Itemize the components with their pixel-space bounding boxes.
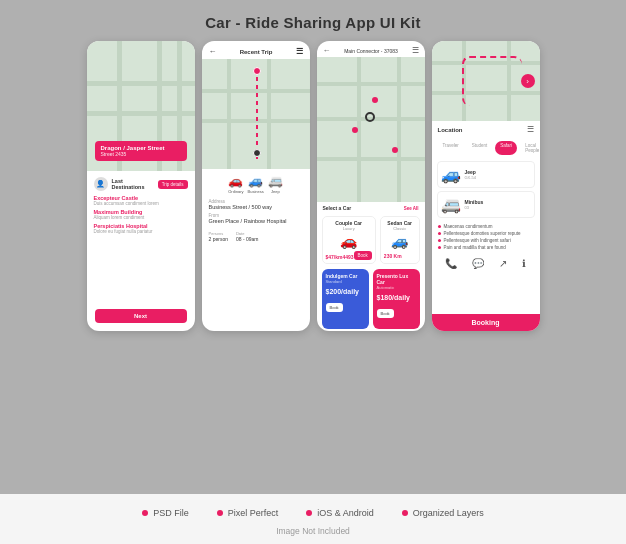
p3-book-btn-1[interactable]: Book — [354, 251, 372, 260]
p3-map — [317, 57, 425, 202]
p3-select-bar: Select a Car See All — [317, 202, 425, 214]
p1-location-banner: Dragon / Jasper Street Street 2435 — [95, 141, 187, 161]
map-pin-2 — [352, 127, 358, 133]
p3-modal-2-price: $180/daily — [377, 294, 416, 301]
p2-map — [202, 59, 310, 169]
p2-info-section: Address Business Street / 500 way From G… — [202, 199, 310, 224]
p2-persons-val: 2 person — [209, 236, 228, 242]
p2-from-val: Green Place / Rainbow Hospital — [209, 218, 303, 224]
p3-modal-1-price: $200/daily — [326, 288, 365, 295]
p4-car-jeep[interactable]: 🚙 Jeep GX-54 — [437, 161, 535, 188]
p4-car-minibus[interactable]: 🚐 Minibus 03 — [437, 191, 535, 218]
not-included-label: Image Not Included — [276, 526, 350, 536]
p1-destinations-section: 👤 Last Destinations Trip details Excepte… — [87, 171, 195, 243]
p3-filter-icon[interactable]: ☰ — [412, 46, 419, 55]
p2-filter-icon[interactable]: ☰ — [296, 47, 303, 56]
feature-pixel-label: Pixel Perfect — [228, 508, 279, 518]
p2-header: ← Recent Trip ☰ — [202, 41, 310, 59]
p4-feature-3-text: Pellentesque with Indingent safari — [444, 238, 511, 243]
p2-cars-row: 🚗 Ordinary 🚙 Business 🚐 Jeep — [202, 169, 310, 199]
p3-address: Main Connector - 37083 — [344, 48, 398, 54]
feature-dot-icon — [217, 510, 223, 516]
p1-street-info: Street 2435 — [101, 151, 181, 157]
p3-see-all-link[interactable]: See All — [404, 206, 419, 211]
feature-layers: Organized Layers — [388, 508, 498, 518]
p1-trip-details-btn[interactable]: Trip details — [158, 180, 188, 189]
p1-next-button[interactable]: Next — [95, 309, 187, 323]
p2-route-line — [256, 69, 258, 159]
p3-header: ← Main Connector - 37083 ☰ — [317, 41, 425, 57]
feature-dot-icon — [402, 510, 408, 516]
feature-dot-icon — [438, 225, 441, 228]
p2-car-ordinary-label: Ordinary — [228, 189, 243, 194]
p3-modal-book-btn-2[interactable]: Book — [377, 309, 394, 318]
p2-back-icon[interactable]: ← — [209, 47, 217, 56]
p2-car-business-label: Business — [248, 189, 264, 194]
phone-1: Dragon / Jasper Street Street 2435 👤 Las… — [87, 41, 195, 331]
p4-car-jeep-info: Jeep GX-54 — [465, 169, 531, 180]
p1-dest-3-addr: Dolore eu fugiat nulla pariatur — [94, 229, 188, 234]
feature-ios: iOS & Android — [292, 508, 388, 518]
tab-safari[interactable]: Safari — [495, 141, 517, 155]
p4-filter-icon[interactable]: ☰ — [527, 125, 534, 134]
p2-end-pin — [253, 149, 261, 157]
p4-feature-3: Pellentesque with Indingent safari — [438, 238, 534, 243]
features-row: PSD File Pixel Perfect iOS & Android Org… — [128, 508, 498, 518]
p2-date-val: 08 - 09am — [236, 236, 259, 242]
p3-modal-1-subtitle: Standard — [326, 279, 365, 284]
message-icon[interactable]: 💬 — [472, 258, 484, 269]
p2-car-jeep[interactable]: 🚐 Jeep — [268, 174, 283, 194]
phones-row: Dragon / Jasper Street Street 2435 👤 Las… — [77, 41, 550, 494]
tab-traveler[interactable]: Traveler — [438, 141, 464, 155]
p3-back-icon[interactable]: ← — [323, 46, 331, 55]
p4-tabs: Traveler Student Safari Local People — [432, 138, 540, 158]
p4-feature-1: Maecenas condimentum — [438, 224, 534, 229]
feature-dot-icon — [438, 232, 441, 235]
p1-destinations-label: Last Destinations — [112, 178, 154, 190]
p3-car-1-type: Luxury — [326, 226, 372, 231]
p1-avatar-row: 👤 Last Destinations Trip details — [94, 177, 188, 191]
phone-2: ← Recent Trip ☰ 🚗 Ordinary 🚙 Business 🚐 — [202, 41, 310, 331]
p1-dest-1: Excepteur Castle Duis accumsan condiment… — [94, 195, 188, 206]
p1-dest-2-addr: Aliquam lorem condiment — [94, 215, 188, 220]
p4-action-row: 📞 💬 ↗ ℹ — [432, 255, 540, 272]
map-pin-1 — [372, 97, 378, 103]
p3-modal-indulgem: Indulgem Car Standard $200/daily Book — [322, 269, 369, 329]
feature-psd-label: PSD File — [153, 508, 189, 518]
p2-car-ordinary[interactable]: 🚗 Ordinary — [228, 174, 243, 194]
feature-dot-icon — [438, 246, 441, 249]
p3-modal-book-btn-1[interactable]: Book — [326, 303, 343, 312]
p3-select-label: Select a Car — [323, 205, 352, 211]
p3-modal-row: Indulgem Car Standard $200/daily Book Pr… — [317, 266, 425, 331]
p2-start-pin — [253, 67, 261, 75]
page-title: Car - Ride Sharing App UI Kit — [205, 0, 421, 41]
p2-persons: Persons 2 person — [209, 231, 228, 242]
p4-route-line — [462, 56, 522, 106]
p4-feature-4: Pain and madilla that are found — [438, 245, 534, 250]
p3-car-2-type: Classic — [384, 226, 416, 231]
p4-booking-button[interactable]: Booking — [432, 314, 540, 331]
share-icon[interactable]: ↗ — [499, 258, 507, 269]
p4-cars-list: 🚙 Jeep GX-54 🚐 Minibus 03 — [432, 158, 540, 221]
feature-dot-icon — [142, 510, 148, 516]
p4-header: Location ☰ — [432, 121, 540, 138]
tab-local[interactable]: Local People — [520, 141, 539, 155]
p4-feature-4-text: Pain and madilla that are found — [444, 245, 506, 250]
car-icon: 🚐 — [441, 195, 461, 214]
p2-meta-section: Persons 2 person Date 08 - 09am — [202, 227, 310, 246]
phone-3: ← Main Connector - 37083 ☰ Select a Car … — [317, 41, 425, 331]
info-icon[interactable]: ℹ — [522, 258, 526, 269]
p1-map: Dragon / Jasper Street Street 2435 — [87, 41, 195, 171]
p3-car-1[interactable]: Couple Car Luxury 🚗 $47/km4493 Book — [322, 216, 376, 264]
p4-car-jeep-num: GX-54 — [465, 175, 531, 180]
p4-map-next-btn[interactable]: › — [521, 74, 535, 88]
phone-icon[interactable]: 📞 — [445, 258, 457, 269]
p2-car-business[interactable]: 🚙 Business — [248, 174, 264, 194]
p4-feature-2: Pellentesque domoties superior repute — [438, 231, 534, 236]
p3-car-1-price: $47/km4493 — [326, 254, 354, 260]
p2-business-street: Address Business Street / 500 way — [209, 199, 303, 210]
p3-cars-row: Couple Car Luxury 🚗 $47/km4493 Book Seda… — [317, 214, 425, 266]
p3-car-2[interactable]: Sedan Car Classic 🚙 230 Km — [380, 216, 420, 264]
p1-dest-2: Maximum Building Aliquam lorem condiment — [94, 209, 188, 220]
tab-student[interactable]: Student — [467, 141, 493, 155]
